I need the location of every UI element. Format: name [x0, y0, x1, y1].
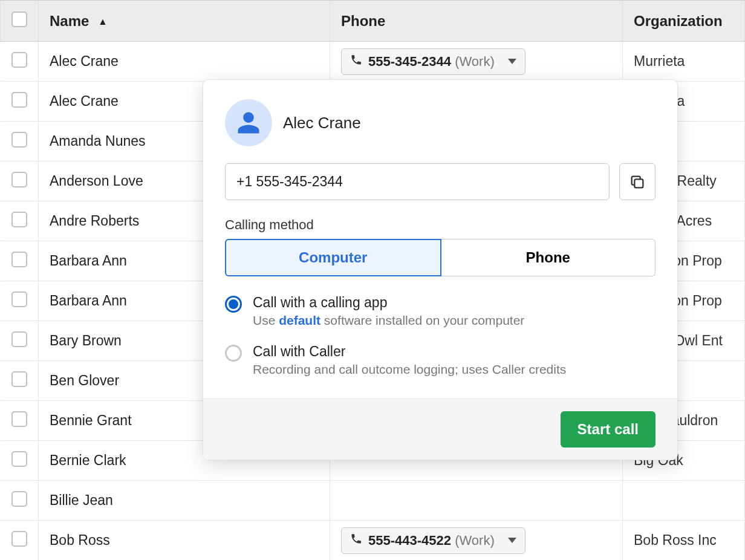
name-cell[interactable]: Billie Jean	[39, 481, 330, 521]
phone-number-input[interactable]	[225, 163, 610, 200]
contact-name: Andre Roberts	[50, 213, 139, 229]
start-call-button[interactable]: Start call	[561, 411, 656, 448]
tab-phone[interactable]: Phone	[441, 239, 656, 276]
row-checkbox-cell[interactable]	[1, 481, 39, 521]
phone-type: (Work)	[455, 54, 495, 69]
calling-method-label: Calling method	[225, 217, 656, 233]
option-calling-app-desc: Use default software installed on your c…	[253, 313, 524, 328]
tab-computer[interactable]: Computer	[225, 239, 441, 276]
checkbox-icon[interactable]	[11, 291, 27, 307]
row-checkbox-cell[interactable]	[1, 281, 39, 321]
checkbox-icon[interactable]	[11, 212, 27, 227]
row-checkbox-cell[interactable]	[1, 82, 39, 122]
column-header-phone-label: Phone	[341, 13, 385, 29]
column-header-organization[interactable]: Organization	[623, 1, 745, 42]
contact-name: Billie Jean	[50, 492, 113, 508]
checkbox-icon[interactable]	[11, 451, 27, 467]
row-checkbox-cell[interactable]	[1, 521, 39, 561]
row-checkbox-cell[interactable]	[1, 441, 39, 481]
contact-name: Bob Ross	[50, 532, 110, 548]
organization-cell[interactable]: Bob Ross Inc	[623, 521, 745, 561]
phone-dropdown[interactable]: 555-443-4522 (Work)	[341, 527, 525, 554]
row-checkbox-cell[interactable]	[1, 241, 39, 281]
contact-name: Bennie Grant	[50, 412, 132, 428]
contact-name: Bary Brown	[50, 333, 122, 348]
chevron-down-icon	[508, 538, 516, 543]
contact-name: Alec Crane	[50, 53, 119, 69]
checkbox-icon[interactable]	[11, 371, 27, 387]
row-checkbox-cell[interactable]	[1, 401, 39, 441]
table-row[interactable]: Bob Ross555-443-4522 (Work)Bob Ross Inc	[1, 521, 745, 561]
copy-button[interactable]	[619, 163, 656, 200]
row-checkbox-cell[interactable]	[1, 201, 39, 241]
option-caller-desc: Recording and call outcome logging; uses…	[253, 362, 566, 377]
contact-name: Barbara Ann	[50, 293, 127, 308]
organization-name: Bob Ross Inc	[634, 532, 717, 548]
checkbox-icon[interactable]	[11, 491, 27, 507]
avatar	[225, 99, 272, 146]
name-cell[interactable]: Alec Crane	[39, 42, 330, 82]
popover-footer: Start call	[203, 399, 677, 460]
checkbox-icon[interactable]	[11, 331, 27, 347]
row-checkbox-cell[interactable]	[1, 42, 39, 82]
option-app-desc-post: software installed on your computer	[320, 313, 524, 327]
organization-name: Murrieta	[634, 53, 685, 69]
contact-name: Barbara Ann	[50, 253, 127, 269]
table-header-row: Name ▲ Phone Organization	[1, 1, 745, 42]
contact-name: Ben Glover	[50, 373, 119, 388]
contact-name: Bernie Clark	[50, 452, 126, 468]
phone-number: 555-345-2344	[368, 54, 451, 69]
checkbox-icon[interactable]	[11, 11, 27, 27]
phone-icon	[350, 533, 362, 549]
row-checkbox-cell[interactable]	[1, 161, 39, 201]
phone-dropdown[interactable]: 555-345-2344 (Work)	[341, 48, 525, 75]
checkbox-icon[interactable]	[11, 132, 27, 148]
checkbox-icon[interactable]	[11, 411, 27, 427]
default-software-link[interactable]: default	[279, 313, 320, 327]
row-checkbox-cell[interactable]	[1, 321, 39, 361]
popover-contact-name: Alec Crane	[283, 114, 361, 132]
svg-rect-0	[634, 179, 643, 187]
chevron-down-icon	[508, 59, 516, 64]
select-all-header[interactable]	[1, 1, 39, 42]
sort-asc-icon: ▲	[98, 16, 108, 27]
checkbox-icon[interactable]	[11, 252, 27, 267]
option-caller[interactable]: Call with Caller Recording and call outc…	[225, 343, 656, 377]
column-header-name[interactable]: Name ▲	[39, 1, 330, 42]
option-caller-title: Call with Caller	[253, 343, 566, 360]
calling-method-segmented: Computer Phone	[225, 239, 656, 276]
column-header-name-label: Name	[50, 13, 89, 29]
radio-icon[interactable]	[225, 296, 242, 313]
phone-icon	[350, 54, 362, 70]
table-row[interactable]: Alec Crane555-345-2344 (Work)Murrieta	[1, 42, 745, 82]
person-icon	[236, 110, 261, 135]
row-checkbox-cell[interactable]	[1, 122, 39, 161]
phone-cell: 555-345-2344 (Work)	[330, 42, 623, 82]
contact-name: Alec Crane	[50, 93, 119, 109]
radio-icon[interactable]	[225, 345, 242, 362]
checkbox-icon[interactable]	[11, 92, 27, 108]
phone-type: (Work)	[455, 533, 495, 548]
name-cell[interactable]: Bob Ross	[39, 521, 330, 561]
phone-cell	[330, 481, 623, 521]
column-header-org-label: Organization	[634, 13, 723, 29]
option-calling-app-title: Call with a calling app	[253, 295, 524, 311]
column-header-phone[interactable]: Phone	[330, 1, 623, 42]
organization-cell[interactable]: Murrieta	[623, 42, 745, 82]
option-app-desc-pre: Use	[253, 313, 279, 327]
table-row[interactable]: Billie Jean	[1, 481, 745, 521]
option-calling-app[interactable]: Call with a calling app Use default soft…	[225, 295, 656, 328]
phone-number: 555-443-4522	[368, 533, 451, 548]
organization-cell[interactable]	[623, 481, 745, 521]
popover-header: Alec Crane	[225, 99, 656, 146]
copy-icon	[629, 174, 646, 190]
checkbox-icon[interactable]	[11, 52, 27, 68]
checkbox-icon[interactable]	[11, 531, 27, 547]
phone-cell: 555-443-4522 (Work)	[330, 521, 623, 561]
row-checkbox-cell[interactable]	[1, 361, 39, 401]
contact-name: Amanda Nunes	[50, 133, 146, 149]
call-popover: Alec Crane Calling method Computer Phone…	[203, 79, 678, 460]
checkbox-icon[interactable]	[11, 172, 27, 187]
contact-name: Anderson Love	[50, 173, 143, 189]
